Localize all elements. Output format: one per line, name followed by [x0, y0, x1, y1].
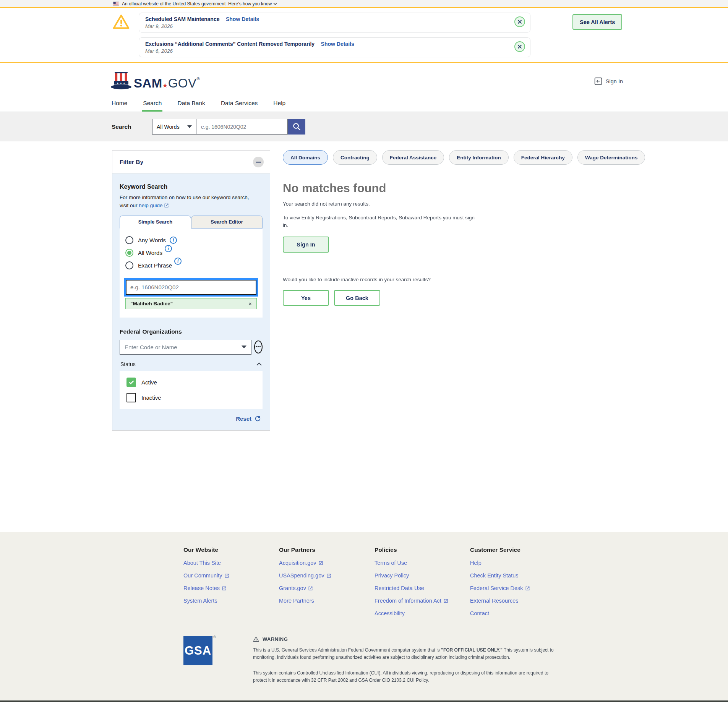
- footer-link-usaspending-gov[interactable]: USASpending.gov: [279, 572, 375, 579]
- reset-refresh-icon: [255, 415, 261, 422]
- heres-how-you-know-link[interactable]: Here’s how you know: [228, 1, 277, 6]
- keyword-search-input[interactable]: [126, 280, 256, 295]
- alert-title: Scheduled SAM Maintenance: [145, 16, 219, 22]
- radio-exact-phrase[interactable]: [125, 261, 133, 269]
- status-option-active[interactable]: Active: [126, 378, 256, 387]
- status-option-inactive[interactable]: Inactive: [126, 393, 256, 402]
- footer-link-system-alerts[interactable]: System Alerts: [183, 598, 279, 604]
- page-footer: Our Website About This Site Our Communit…: [0, 532, 728, 702]
- close-icon: [517, 19, 522, 24]
- footer-column-our-partners: Our Partners Acquisition.gov USASpending…: [279, 546, 375, 616]
- reset-filters-link[interactable]: Reset: [120, 409, 263, 422]
- footer-link-external-resources[interactable]: External Resources: [470, 598, 566, 604]
- external-link-icon: [326, 573, 331, 578]
- pill-federal-hierarchy[interactable]: Federal Hierarchy: [514, 150, 572, 165]
- footer-link-our-community[interactable]: Our Community: [183, 572, 279, 579]
- footer-link-help[interactable]: Help: [470, 560, 566, 566]
- show-details-link[interactable]: Show Details: [226, 16, 259, 22]
- federal-org-more-button[interactable]: •••: [254, 340, 263, 353]
- external-link-icon: [318, 561, 323, 566]
- radio-any-words[interactable]: [125, 236, 133, 244]
- pill-wage-determinations[interactable]: Wage Determinations: [577, 150, 645, 165]
- status-section-toggle[interactable]: Status: [120, 361, 263, 367]
- checkbox-inactive[interactable]: [126, 393, 136, 402]
- radio-any-words-label: Any Words: [138, 237, 166, 243]
- info-icon[interactable]: i: [170, 237, 177, 244]
- sign-in-button[interactable]: Sign In: [283, 237, 329, 253]
- radio-all-words[interactable]: [125, 249, 133, 257]
- uncle-sam-hat-icon: ★ ★ ★: [111, 72, 131, 89]
- banner-text: An official website of the United States…: [122, 1, 225, 6]
- gsa-warning-section: GSA ® WARNING This is a U.S. General Ser…: [0, 626, 728, 700]
- checkbox-inactive-label: Inactive: [141, 394, 161, 401]
- footer-link-foia[interactable]: Freedom of Information Act: [375, 598, 470, 604]
- footer-column-policies: Policies Terms of Use Privacy Policy Res…: [375, 546, 470, 616]
- nav-item-data-services[interactable]: Data Services: [220, 96, 258, 112]
- status-heading: Status: [120, 361, 136, 367]
- footer-link-terms-of-use[interactable]: Terms of Use: [375, 560, 470, 566]
- status-options: Active Inactive: [120, 371, 263, 409]
- tab-simple-search[interactable]: Simple Search: [120, 216, 191, 229]
- collapse-filters-button[interactable]: [253, 157, 264, 167]
- footer-link-more-partners[interactable]: More Partners: [279, 598, 375, 604]
- footer-link-contact[interactable]: Contact: [470, 610, 566, 616]
- alert-close-button[interactable]: [514, 41, 525, 52]
- footer-link-columns: Our Website About This Site Our Communit…: [0, 532, 728, 626]
- alert-title: Exclusions “Additional Comments” Content…: [145, 41, 315, 47]
- pill-entity-information[interactable]: Entity Information: [449, 150, 509, 165]
- external-link-icon: [308, 586, 313, 591]
- footer-link-release-notes[interactable]: Release Notes: [183, 585, 279, 591]
- sam-gov-logo[interactable]: ★ ★ ★ SAM★GOV®: [111, 72, 200, 89]
- footer-link-federal-service-desk[interactable]: Federal Service Desk: [470, 585, 566, 591]
- warning-block: WARNING This is a U.S. General Services …: [253, 636, 559, 684]
- simple-search-panel: Any Words i All Words i Exact Phrase i "…: [120, 229, 263, 318]
- nav-item-search[interactable]: Search: [142, 96, 162, 112]
- tab-search-editor[interactable]: Search Editor: [191, 216, 263, 229]
- external-link-icon: [164, 203, 169, 208]
- checkbox-active[interactable]: [126, 378, 136, 387]
- footer-link-privacy-policy[interactable]: Privacy Policy: [375, 572, 470, 579]
- pill-federal-assistance[interactable]: Federal Assistance: [382, 150, 444, 165]
- search-label: Search: [112, 123, 152, 130]
- external-link-icon: [443, 598, 448, 603]
- warning-paragraph-1: This is a U.S. General Services Administ…: [253, 647, 559, 661]
- global-search-bar: Search All Words: [0, 112, 728, 141]
- alert-close-button[interactable]: [514, 16, 525, 27]
- footer-link-acquisition-gov[interactable]: Acquisition.gov: [279, 560, 375, 566]
- footer-link-grants-gov[interactable]: Grants.gov: [279, 585, 375, 591]
- pill-contracting[interactable]: Contracting: [333, 150, 377, 165]
- chip-remove-icon[interactable]: ×: [248, 301, 252, 306]
- footer-link-restricted-data-use[interactable]: Restricted Data Use: [375, 585, 470, 591]
- identifier-footer: SAM.gov An official website of the U.S. …: [0, 700, 728, 702]
- footer-column-heading: Customer Service: [470, 546, 566, 553]
- footer-link-accessibility[interactable]: Accessibility: [375, 610, 470, 616]
- see-all-alerts-button[interactable]: See All Alerts: [572, 14, 622, 30]
- caret-down-icon: [187, 125, 192, 128]
- footer-column-heading: Our Partners: [279, 546, 375, 553]
- keyword-search-tabs: Simple Search Search Editor: [120, 216, 263, 229]
- yes-button[interactable]: Yes: [283, 290, 329, 306]
- sign-in-link[interactable]: Sign In: [594, 77, 623, 85]
- info-icon[interactable]: i: [174, 258, 182, 265]
- no-matches-heading: No matches found: [283, 182, 608, 195]
- go-back-button[interactable]: Go Back: [334, 290, 380, 306]
- info-icon[interactable]: i: [165, 245, 172, 252]
- main-navigation: Home Search Data Bank Data Services Help: [0, 96, 728, 112]
- search-mode-select[interactable]: All Words: [152, 119, 196, 135]
- nav-item-data-bank[interactable]: Data Bank: [177, 96, 206, 112]
- footer-link-check-entity-status[interactable]: Check Entity Status: [470, 572, 566, 579]
- search-submit-button[interactable]: [288, 119, 305, 135]
- nav-item-help[interactable]: Help: [272, 96, 286, 112]
- caret-down-icon: [242, 345, 246, 349]
- nav-item-home[interactable]: Home: [111, 96, 128, 112]
- checkbox-active-label: Active: [141, 379, 157, 386]
- show-details-link[interactable]: Show Details: [321, 41, 354, 47]
- help-guide-link[interactable]: help guide: [139, 203, 169, 208]
- logo-star-icon: ★: [162, 82, 168, 89]
- warning-title: WARNING: [263, 636, 288, 642]
- pill-all-domains[interactable]: All Domains: [283, 150, 328, 165]
- footer-link-about-this-site[interactable]: About This Site: [183, 560, 279, 566]
- global-search-input[interactable]: [196, 119, 288, 135]
- federal-org-combobox[interactable]: Enter Code or Name: [120, 340, 251, 355]
- main-content: Filter By Keyword Search For more inform…: [0, 141, 728, 532]
